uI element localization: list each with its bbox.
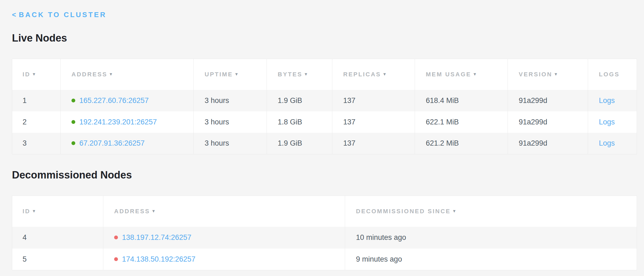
sort-arrow-icon: ▾: [305, 72, 307, 76]
col-header-address-label: ADDRESS: [71, 71, 107, 78]
decommissioned-status-dot-icon: [114, 236, 118, 239]
decommissioned-node-row: 5 174.138.50.192:26257 9 minutes ago: [12, 249, 637, 270]
col-header-logs: LOGS: [588, 59, 637, 90]
col-header-id-label: ID: [23, 208, 30, 215]
col-header-address[interactable]: ADDRESS▾: [103, 196, 345, 227]
node-bytes-cell: 1.9 GiB: [267, 133, 332, 154]
col-header-decommissioned-since[interactable]: DECOMMISSIONED SINCE▾: [345, 196, 637, 227]
live-status-dot-icon: [71, 141, 75, 145]
node-logs-link[interactable]: Logs: [599, 139, 615, 147]
col-header-id[interactable]: ID▾: [12, 59, 61, 90]
node-mem-usage-cell: 618.4 MiB: [415, 90, 508, 111]
node-address-cell: 165.227.60.76:26257: [61, 90, 194, 111]
live-nodes-header-row: ID▾ ADDRESS▾ UPTIME▾ BYTES▾ REPLICAS▾ ME…: [12, 59, 637, 90]
col-header-version[interactable]: VERSION▾: [508, 59, 588, 90]
node-uptime-cell: 3 hours: [194, 111, 267, 133]
node-address-link[interactable]: 67.207.91.36:26257: [79, 139, 145, 147]
col-header-bytes-label: BYTES: [278, 71, 302, 78]
live-status-dot-icon: [71, 120, 75, 124]
col-header-uptime-label: UPTIME: [205, 71, 233, 78]
col-header-uptime[interactable]: UPTIME▾: [194, 59, 267, 90]
decommissioned-since-cell: 10 minutes ago: [345, 227, 637, 249]
node-replicas-cell: 137: [332, 90, 415, 111]
decommissioned-nodes-table: ID▾ ADDRESS▾ DECOMMISSIONED SINCE▾ 4 138…: [12, 196, 637, 270]
back-arrow-icon: <: [12, 11, 16, 19]
sort-arrow-icon: ▾: [383, 72, 386, 76]
node-uptime-cell: 3 hours: [194, 133, 267, 154]
node-address-link[interactable]: 138.197.12.74:26257: [122, 233, 191, 242]
sort-arrow-icon: ▾: [33, 209, 35, 213]
nodes-page: <BACK TO CLUSTER Live Nodes ID▾ ADDRESS▾…: [0, 0, 644, 270]
col-header-mem-usage-label: MEM USAGE: [426, 71, 471, 78]
col-header-replicas[interactable]: REPLICAS▾: [332, 59, 415, 90]
node-bytes-cell: 1.9 GiB: [267, 90, 332, 111]
node-address-link[interactable]: 174.138.50.192:26257: [122, 255, 195, 263]
node-logs-link[interactable]: Logs: [599, 96, 615, 105]
node-logs-cell: Logs: [588, 90, 637, 111]
col-header-id-label: ID: [23, 71, 30, 78]
node-address-cell: 67.207.91.36:26257: [61, 133, 194, 154]
node-mem-usage-cell: 622.1 MiB: [415, 111, 508, 133]
col-header-mem-usage[interactable]: MEM USAGE▾: [415, 59, 508, 90]
decommissioned-since-cell: 9 minutes ago: [345, 249, 637, 270]
node-id-cell: 1: [12, 90, 61, 111]
back-to-cluster-link[interactable]: <BACK TO CLUSTER: [12, 10, 107, 19]
decommissioned-node-row: 4 138.197.12.74:26257 10 minutes ago: [12, 227, 637, 249]
sort-arrow-icon: ▾: [474, 72, 476, 76]
sort-arrow-icon: ▾: [152, 209, 155, 213]
node-address-cell: 138.197.12.74:26257: [103, 227, 345, 249]
live-status-dot-icon: [71, 99, 75, 102]
node-bytes-cell: 1.8 GiB: [267, 111, 332, 133]
node-address-cell: 192.241.239.201:26257: [61, 111, 194, 133]
node-id-cell: 4: [12, 227, 103, 249]
col-header-bytes[interactable]: BYTES▾: [267, 59, 332, 90]
col-header-replicas-label: REPLICAS: [343, 71, 381, 78]
node-replicas-cell: 137: [332, 111, 415, 133]
live-node-row: 1 165.227.60.76:26257 3 hours 1.9 GiB 13…: [12, 90, 637, 111]
node-version-cell: 91a299d: [508, 133, 588, 154]
node-address-cell: 174.138.50.192:26257: [103, 249, 345, 270]
node-replicas-cell: 137: [332, 133, 415, 154]
sort-arrow-icon: ▾: [33, 72, 35, 76]
decommissioned-status-dot-icon: [114, 257, 118, 261]
node-id-cell: 2: [12, 111, 61, 133]
live-node-row: 3 67.207.91.36:26257 3 hours 1.9 GiB 137…: [12, 133, 637, 154]
node-mem-usage-cell: 621.2 MiB: [415, 133, 508, 154]
node-id-cell: 3: [12, 133, 61, 154]
decommissioned-nodes-title: Decommissioned Nodes: [12, 169, 637, 181]
live-nodes-title: Live Nodes: [12, 32, 637, 44]
node-address-link[interactable]: 192.241.239.201:26257: [79, 118, 157, 126]
sort-arrow-icon: ▾: [555, 72, 557, 76]
node-id-cell: 5: [12, 249, 103, 270]
sort-arrow-icon: ▾: [235, 72, 237, 76]
col-header-version-label: VERSION: [519, 71, 552, 78]
node-version-cell: 91a299d: [508, 90, 588, 111]
live-nodes-table: ID▾ ADDRESS▾ UPTIME▾ BYTES▾ REPLICAS▾ ME…: [12, 59, 637, 154]
live-node-row: 2 192.241.239.201:26257 3 hours 1.8 GiB …: [12, 111, 637, 133]
node-version-cell: 91a299d: [508, 111, 588, 133]
col-header-decommissioned-since-label: DECOMMISSIONED SINCE: [356, 208, 451, 215]
node-logs-cell: Logs: [588, 111, 637, 133]
col-header-logs-label: LOGS: [599, 71, 620, 78]
col-header-address-label: ADDRESS: [114, 208, 150, 215]
node-logs-link[interactable]: Logs: [599, 118, 615, 126]
col-header-id[interactable]: ID▾: [12, 196, 103, 227]
sort-arrow-icon: ▾: [453, 209, 455, 213]
node-uptime-cell: 3 hours: [194, 90, 267, 111]
sort-arrow-icon: ▾: [110, 72, 112, 76]
back-to-cluster-label: BACK TO CLUSTER: [19, 11, 107, 19]
col-header-address[interactable]: ADDRESS▾: [61, 59, 194, 90]
node-address-link[interactable]: 165.227.60.76:26257: [79, 96, 149, 105]
node-logs-cell: Logs: [588, 133, 637, 154]
decommissioned-header-row: ID▾ ADDRESS▾ DECOMMISSIONED SINCE▾: [12, 196, 637, 227]
